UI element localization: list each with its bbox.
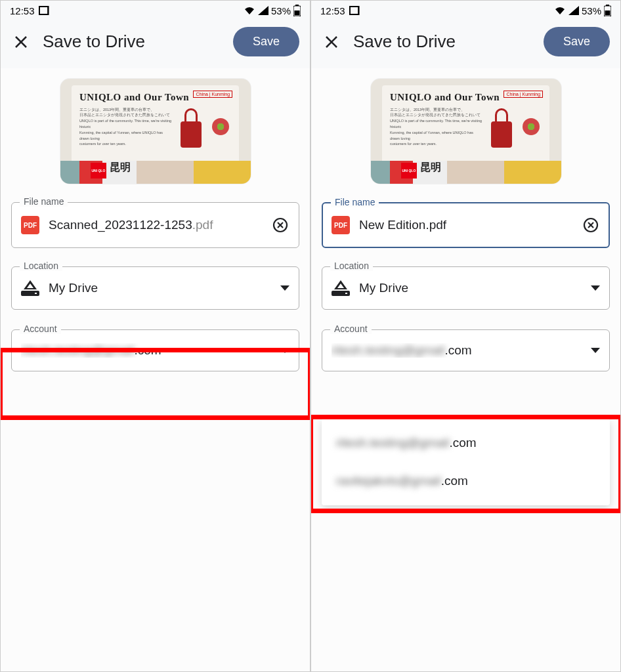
status-time: 12:53: [320, 5, 345, 16]
chevron-down-icon: [280, 285, 289, 291]
filename-input[interactable]: [359, 218, 572, 232]
clear-filename-button[interactable]: [582, 216, 600, 234]
svg-rect-2: [295, 10, 300, 16]
account-value: ritesh.testing@gmail.com: [21, 343, 271, 358]
battery-icon: [604, 5, 611, 16]
svg-rect-9: [606, 5, 609, 6]
picture-icon: [349, 6, 360, 15]
status-time: 12:53: [10, 5, 35, 16]
close-button[interactable]: [12, 33, 30, 51]
location-label: Location: [330, 261, 373, 271]
preview-cjk: 昆明: [110, 161, 131, 175]
pdf-icon: PDF: [21, 216, 39, 234]
chevron-down-icon: [591, 285, 600, 291]
page-title: Save to Drive: [43, 32, 220, 52]
account-option[interactable]: ritesh.testing@gmail.com: [322, 424, 610, 462]
location-value: My Drive: [359, 281, 582, 295]
content: UNIQLO and Our Town China | Kunming エニシタ…: [1, 68, 310, 671]
account-field[interactable]: Account ritesh.testing@gmail.com: [322, 329, 610, 371]
header: Save to Drive Save: [311, 18, 620, 68]
save-button[interactable]: Save: [233, 27, 299, 56]
uniqlo-logo: UNI QLO: [401, 163, 417, 178]
filename-field[interactable]: File name PDF Scanned_20231122-1253.pdf: [11, 202, 299, 248]
filename-label: File name: [20, 196, 68, 207]
preview-body: エニシタは、2013年間、重要車の台車で、日本品とエニシタが発現されてきた民族を…: [390, 107, 484, 148]
preview-body: エニシタは、2013年間、重要車の台車で、日本品とエニシタが発現されてきた民族を…: [79, 107, 173, 148]
account-option[interactable]: ravitejakvts@gmail.com: [322, 462, 610, 500]
picture-icon: [39, 6, 49, 15]
chevron-down-icon: [591, 348, 600, 353]
status-bar: 12:53 53%: [311, 1, 620, 18]
svg-rect-10: [605, 10, 610, 16]
close-button[interactable]: [323, 33, 340, 51]
screen-left: 12:53 53% Save to Drive Save UNI: [0, 0, 310, 672]
account-field[interactable]: Account ritesh.testing@gmail.com: [11, 329, 299, 371]
pdf-icon: PDF: [332, 216, 350, 234]
page-title: Save to Drive: [353, 32, 530, 52]
wifi-icon: [244, 6, 255, 15]
location-field[interactable]: Location My Drive: [11, 266, 299, 310]
content: UNIQLO and Our Town China | Kunming エニシタ…: [311, 68, 620, 671]
account-label: Account: [20, 324, 61, 334]
header: Save to Drive Save: [1, 18, 310, 68]
chevron-down-icon: [280, 348, 289, 353]
document-preview[interactable]: UNIQLO and Our Town China | Kunming エニシタ…: [371, 79, 561, 184]
location-value: My Drive: [49, 281, 271, 295]
preview-tag: China | Kunming: [503, 91, 543, 98]
status-bar: 12:53 53%: [1, 1, 310, 18]
filename-value: Scanned_20231122-1253.pdf: [49, 218, 262, 232]
filename-field[interactable]: File name PDF: [322, 202, 610, 248]
location-label: Location: [20, 261, 62, 271]
uniqlo-logo: UNI QLO: [91, 163, 106, 178]
flower-illustration: [523, 118, 540, 135]
preview-cjk: 昆明: [420, 161, 441, 175]
flower-illustration: [212, 118, 229, 135]
drive-icon: [332, 280, 350, 296]
save-button[interactable]: Save: [544, 27, 610, 56]
account-value: ritesh.testing@gmail.com: [332, 343, 582, 358]
battery-pct: 53%: [582, 5, 601, 16]
svg-rect-1: [295, 5, 299, 6]
drive-icon: [21, 280, 39, 296]
account-label: Account: [330, 324, 372, 334]
clear-filename-button[interactable]: [271, 216, 289, 234]
battery-pct: 53%: [271, 5, 291, 16]
battery-icon: [293, 5, 301, 16]
filename-label: File name: [331, 197, 379, 207]
account-dropdown: ritesh.testing@gmail.com ravitejakvts@gm…: [322, 419, 610, 505]
screen-right: 12:53 53% Save to Drive Save UNI: [310, 0, 621, 672]
signal-icon: [258, 6, 268, 15]
wifi-icon: [554, 6, 566, 15]
document-preview[interactable]: UNIQLO and Our Town China | Kunming エニシタ…: [60, 79, 251, 184]
signal-icon: [568, 6, 579, 15]
preview-tag: China | Kunming: [193, 91, 232, 98]
location-field[interactable]: Location My Drive: [322, 266, 610, 310]
bag-illustration: [487, 108, 516, 148]
bag-illustration: [177, 108, 205, 148]
